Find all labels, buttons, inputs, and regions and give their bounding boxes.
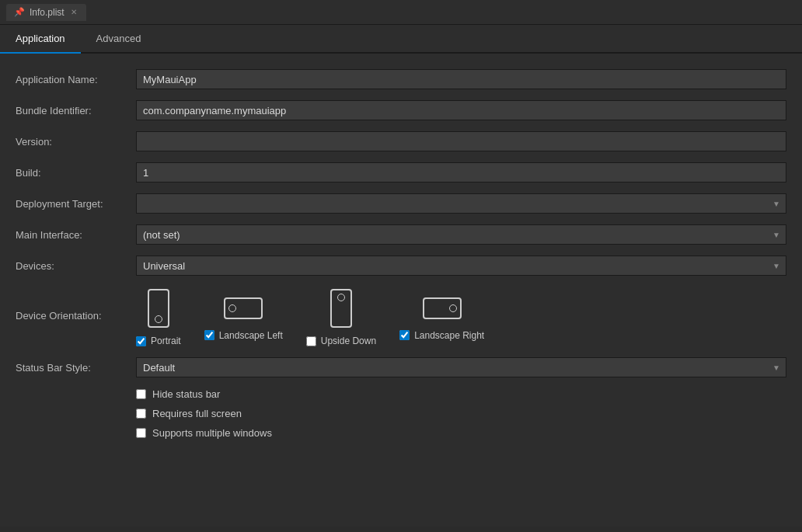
landscape-left-label: Landscape Left xyxy=(219,330,283,341)
deployment-target-select[interactable] xyxy=(136,193,786,214)
orientation-portrait: Portrait xyxy=(136,287,181,346)
title-bar: 📌 Info.plist ✕ xyxy=(0,0,802,25)
landscape-right-icon xyxy=(420,293,463,324)
application-name-input[interactable] xyxy=(136,69,786,89)
supports-multiple-windows-checkbox[interactable] xyxy=(136,428,146,438)
application-name-label: Application Name: xyxy=(16,74,136,85)
build-row: Build: xyxy=(16,162,786,183)
orientation-landscape-right: Landscape Right xyxy=(399,293,484,341)
devices-select[interactable]: Universal xyxy=(136,256,786,276)
version-row: Version: xyxy=(16,131,786,151)
landscape-left-checkbox[interactable] xyxy=(204,330,214,340)
bundle-identifier-label: Bundle Identifier: xyxy=(16,105,136,116)
status-bar-style-select[interactable]: Default xyxy=(136,357,786,377)
orientation-landscape-left: Landscape Left xyxy=(204,293,283,341)
main-interface-label: Main Interface: xyxy=(16,229,136,241)
landscape-right-checkbox[interactable] xyxy=(399,330,410,340)
hide-status-bar-row: Hide status bar xyxy=(136,388,786,400)
version-input[interactable] xyxy=(136,131,786,151)
tab-advanced[interactable]: Advanced xyxy=(81,25,157,54)
tabs-bar: Application Advanced xyxy=(0,25,802,54)
main-interface-wrapper: (not set) ▼ xyxy=(136,224,786,245)
upside-down-checkbox[interactable] xyxy=(306,336,316,346)
upside-down-label: Upside Down xyxy=(321,336,376,346)
supports-multiple-windows-row: Supports multiple windows xyxy=(136,427,786,439)
bundle-identifier-row: Bundle Identifier: xyxy=(16,100,786,120)
file-tab-label: Info.plist xyxy=(30,7,65,18)
hide-status-bar-checkbox[interactable] xyxy=(136,389,146,399)
deployment-target-wrapper: ▼ xyxy=(136,193,786,214)
phone-landscape-right-shape xyxy=(423,297,462,319)
status-bar-style-label: Status Bar Style: xyxy=(16,362,136,374)
portrait-icon xyxy=(143,287,174,329)
requires-full-screen-row: Requires full screen xyxy=(136,408,786,419)
landscape-left-check-group: Landscape Left xyxy=(204,330,283,341)
file-tab[interactable]: 📌 Info.plist ✕ xyxy=(6,4,86,21)
pin-icon: 📌 xyxy=(14,7,25,17)
devices-row: Devices: Universal ▼ xyxy=(16,256,786,276)
supports-multiple-windows-label: Supports multiple windows xyxy=(152,427,272,439)
device-orientation-label: Device Orientation: xyxy=(16,287,136,322)
build-input[interactable] xyxy=(136,162,786,183)
main-interface-select[interactable]: (not set) xyxy=(136,224,786,245)
phone-portrait-shape xyxy=(148,289,169,328)
devices-label: Devices: xyxy=(16,260,136,272)
bundle-identifier-input[interactable] xyxy=(136,100,786,120)
device-orientation-row: Device Orientation: Portrait La xyxy=(16,287,786,346)
status-bar-style-row: Status Bar Style: Default ▼ xyxy=(16,357,786,377)
upside-down-icon xyxy=(326,287,357,329)
upside-down-check-group: Upside Down xyxy=(306,336,376,346)
portrait-label: Portrait xyxy=(151,336,181,346)
requires-full-screen-label: Requires full screen xyxy=(152,408,242,419)
tab-application[interactable]: Application xyxy=(0,25,81,54)
landscape-right-check-group: Landscape Right xyxy=(399,330,484,341)
application-name-row: Application Name: xyxy=(16,69,786,89)
status-bar-style-wrapper: Default ▼ xyxy=(136,357,786,377)
phone-upside-shape xyxy=(330,289,352,328)
orientation-upside-down: Upside Down xyxy=(306,287,376,346)
version-label: Version: xyxy=(16,136,136,148)
landscape-left-icon xyxy=(222,293,265,324)
phone-landscape-left-shape xyxy=(224,297,263,319)
deployment-target-label: Deployment Target: xyxy=(16,198,136,210)
content-panel: Application Name: Bundle Identifier: Ver… xyxy=(0,54,802,527)
portrait-checkbox[interactable] xyxy=(136,336,146,346)
requires-full-screen-checkbox[interactable] xyxy=(136,409,146,419)
build-label: Build: xyxy=(16,167,136,179)
devices-wrapper: Universal ▼ xyxy=(136,256,786,276)
close-tab-button[interactable]: ✕ xyxy=(69,8,78,17)
deployment-target-row: Deployment Target: ▼ xyxy=(16,193,786,214)
orientations-group: Portrait Landscape Left xyxy=(136,287,484,346)
main-interface-row: Main Interface: (not set) ▼ xyxy=(16,224,786,245)
portrait-check-group: Portrait xyxy=(136,336,181,346)
hide-status-bar-label: Hide status bar xyxy=(152,388,220,400)
landscape-right-label: Landscape Right xyxy=(414,330,484,341)
